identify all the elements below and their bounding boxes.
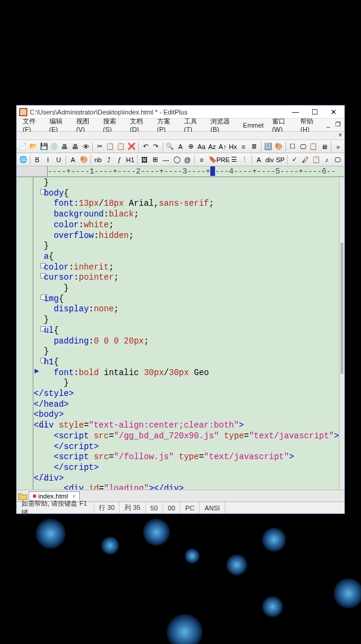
code-line[interactable]: </head> [34,400,340,410]
code-line[interactable]: } [34,178,340,188]
toolbar-button[interactable]: 🖵 [298,141,308,151]
toolbar-button[interactable]: ☰ [229,154,239,165]
code-line[interactable]: padding:0 0 0 20px; [34,336,340,347]
toolbar-button[interactable]: ❌ [126,141,136,151]
toolbar-button[interactable]: ≡ [197,154,207,165]
toolbar-button[interactable]: ✓ [290,154,300,165]
toolbar-button[interactable]: ↶ [141,141,151,151]
toolbar-button[interactable]: — [161,154,171,165]
code-line[interactable]: </div> [34,473,340,484]
code-line[interactable]: } [34,241,340,252]
toolbar-button[interactable]: ☐ [288,141,298,151]
toolbar-button[interactable]: 👁 [81,141,91,151]
code-line[interactable]: body{ [34,188,340,199]
toolbar-button[interactable]: 🖼 [139,154,150,165]
toolbar-button[interactable]: 🎨 [79,154,89,165]
code-line[interactable]: h1{ [34,357,340,368]
code-line[interactable]: </script> [34,463,340,473]
status-pc: PC [181,502,200,513]
code-line[interactable]: color:inherit; [34,262,340,273]
toolbar-button[interactable]: ⤴ [104,154,114,165]
toolbar-button[interactable]: ♪ [322,154,332,165]
code-line[interactable]: } [34,283,340,294]
toolbar-button[interactable]: B [32,154,42,165]
code-line[interactable]: background:black; [34,209,340,220]
toolbar-button[interactable]: U [54,154,64,165]
toolbar-button[interactable]: ✂ [95,141,105,151]
toolbar-button[interactable]: 🔍 [165,141,175,151]
toolbar-button[interactable]: 🖊 [300,154,310,165]
toolbar-button[interactable]: Hx [228,141,238,151]
toolbar-button[interactable]: ⊕ [186,141,196,151]
toolbar-button[interactable]: 📋 [105,141,116,151]
code-line[interactable]: } [34,378,340,389]
toolbar-button[interactable]: Aa [197,141,207,151]
code-line[interactable]: cursor:pointer; [34,273,340,283]
toolbar-button[interactable]: 📋 [116,141,126,151]
code-line[interactable]: } [34,346,340,357]
gutter[interactable]: --------▶ [17,177,33,490]
menu-item[interactable]: Emmet [239,120,267,130]
toolbar-button[interactable]: ≣ [249,141,259,151]
toolbar-button[interactable]: 💾 [39,141,49,151]
code-line[interactable]: color:white; [34,220,340,231]
toolbar-button[interactable]: SP [275,154,285,165]
code-line[interactable]: </style> [34,389,340,400]
code-line[interactable]: <body> [34,410,340,420]
code-line[interactable]: ul{ [34,326,340,336]
toolbar-button[interactable]: ◯ [172,154,182,165]
toolbar-button[interactable]: Az [207,141,217,151]
toolbar-button[interactable]: A [254,154,264,165]
toolbar-button[interactable]: 🖥 [319,141,329,151]
toolbar-button[interactable]: ⊞ [150,154,160,165]
toolbar-button[interactable]: @ [182,154,192,165]
code-line[interactable]: overflow:hidden; [34,231,340,242]
doc-close-button[interactable]: × [338,132,342,140]
editor[interactable]: --------▶ } body{ font:13px/18px Arial,s… [17,177,344,490]
status-num2: 00 [163,502,181,513]
code-line[interactable]: <div id="loading"></div> [34,484,340,490]
toolbar-button[interactable]: ƒ [114,154,125,165]
toolbar-button[interactable]: A [176,141,186,151]
toolbar-button[interactable]: » [333,141,343,151]
toolbar-button[interactable]: 📄 [18,141,28,151]
toolbar-button[interactable]: H1 [125,154,135,165]
code-line[interactable]: font:13px/18px Arial,sans-serif; [34,199,340,209]
doc-minimize-button[interactable]: _ [324,121,332,129]
vertical-scrollbar[interactable] [339,177,344,490]
toolbar-button[interactable]: 🌐 [18,154,28,165]
window-title: C:\Users\Administrator\Desktop\index.htm… [30,109,285,116]
toolbar-button[interactable]: I [43,154,53,165]
code-line[interactable]: font:bold intalic 30px/30px Geo [34,368,340,379]
code-line[interactable]: } [34,315,340,326]
scrollbar-thumb[interactable] [341,243,343,374]
toolbar-button[interactable]: ↷ [151,141,161,151]
code-line[interactable]: img{ [34,294,340,305]
toolbar-button[interactable]: 🖶 [60,141,70,151]
close-button[interactable]: ✕ [325,107,342,117]
doc-restore-button[interactable]: ❐ [334,121,342,129]
toolbar-button[interactable]: 🔢 [263,141,273,151]
toolbar-button[interactable]: 🎨 [273,141,284,151]
toolbar-button[interactable]: div [264,154,275,165]
toolbar-button[interactable]: ≡ [238,141,248,151]
toolbar-button[interactable]: 🖵 [332,154,343,165]
toolbar-button[interactable]: 📂 [29,141,39,151]
toolbar-button[interactable]: PRE [218,154,228,165]
code-line[interactable]: a{ [34,252,340,262]
menubar: 文件(F)编辑(E)视图(V)搜索(S)文档(D)方案(P)工具(T)浏览器(B… [17,119,344,132]
toolbar-button[interactable]: A [68,154,78,165]
toolbar-button[interactable]: 📋 [311,154,321,165]
toolbar-button[interactable]: 📋 [309,141,319,151]
toolbar-button[interactable]: ⋮ [239,154,250,165]
code-line[interactable]: display:none; [34,304,340,315]
toolbar-button[interactable]: 🖶 [70,141,80,151]
code-area[interactable]: } body{ font:13px/18px Arial,sans-serif;… [33,177,340,490]
code-line[interactable]: <script src="/gg_bd_ad_720x90.js" type="… [34,431,340,442]
toolbar-button[interactable]: A↑ [217,141,228,151]
code-line[interactable]: <script src="/follow.js" type="text/java… [34,452,340,463]
toolbar-button[interactable]: 💿 [49,141,60,151]
code-line[interactable]: </script> [34,442,340,453]
code-line[interactable]: <div style="text-align:center;clear:both… [34,420,340,431]
toolbar-button[interactable]: nb [93,154,103,165]
